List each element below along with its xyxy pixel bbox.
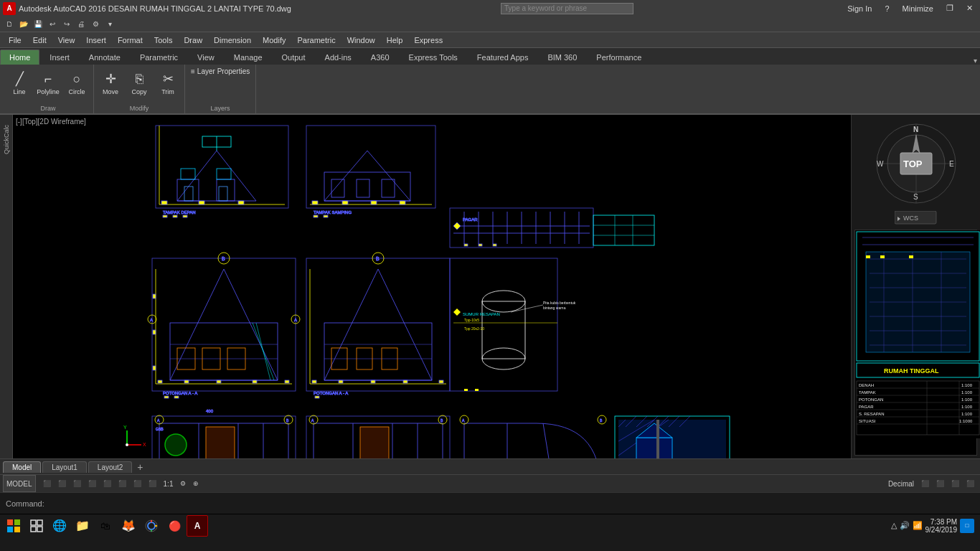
grid-toggle[interactable]: ⬛: [40, 480, 54, 487]
annotation-button[interactable]: ⊕: [190, 480, 202, 487]
scale-dropdown[interactable]: ⚙: [177, 480, 189, 487]
open-file-button[interactable]: 📂: [17, 18, 30, 31]
autocad-taskbar-button[interactable]: A: [187, 515, 208, 537]
tab-addins[interactable]: Add-ins: [316, 50, 361, 65]
svg-rect-0: [113, 115, 751, 458]
svg-point-283: [148, 522, 155, 529]
ribbon-options-button[interactable]: ▾: [971, 57, 980, 65]
tray-icon-3[interactable]: 📶: [913, 521, 923, 530]
task-view-button[interactable]: [26, 515, 47, 537]
ribbon-circle-button[interactable]: ○ Circle: [63, 66, 90, 100]
ribbon-move-button[interactable]: ✛ Move: [97, 66, 124, 100]
tab-annotate[interactable]: Annotate: [80, 50, 130, 65]
svg-text:TAMPAK SAMPING: TAMPAK SAMPING: [314, 210, 352, 215]
clock[interactable]: 7:38 PM 9/24/2019: [925, 518, 958, 534]
menu-tools[interactable]: Tools: [149, 32, 179, 48]
tab-performance[interactable]: Performance: [587, 50, 651, 65]
tab-bim360[interactable]: BIM 360: [538, 50, 586, 65]
menu-edit[interactable]: Edit: [27, 32, 52, 48]
transparency-toggle[interactable]: ⬛: [131, 480, 144, 487]
more-status[interactable]: ⬛: [918, 480, 932, 487]
status-options[interactable]: ⬛: [933, 480, 947, 487]
menu-dimension[interactable]: Dimension: [208, 32, 257, 48]
ribbon-content: ╱ Line ⌐ Polyline ○ Circle Draw ✛ Move ⎘…: [0, 65, 980, 115]
svg-rect-129: [206, 427, 235, 458]
ribbon-tab-options: ▾: [971, 57, 980, 65]
menu-express[interactable]: Express: [408, 32, 448, 48]
units-indicator[interactable]: Decimal: [885, 480, 917, 488]
command-line[interactable]: Command:: [0, 492, 980, 514]
new-file-button[interactable]: 🗋: [3, 18, 16, 31]
selectioncycling-toggle[interactable]: ⬛: [146, 480, 159, 487]
tab-a360[interactable]: A360: [362, 50, 399, 65]
svg-text:DENAH: DENAH: [859, 383, 874, 387]
start-button[interactable]: [3, 515, 24, 537]
chrome-button[interactable]: [141, 515, 162, 537]
menu-format[interactable]: Format: [112, 32, 149, 48]
tab-model[interactable]: Model: [3, 461, 41, 473]
ribbon-polyline-button[interactable]: ⌐ Polyline: [34, 66, 62, 100]
tab-manage[interactable]: Manage: [225, 50, 272, 65]
redo-button[interactable]: ↪: [60, 18, 73, 31]
tab-home[interactable]: Home: [0, 50, 39, 65]
firefox-button[interactable]: 🦊: [118, 515, 139, 537]
sign-in-button[interactable]: Sign In: [843, 4, 876, 13]
menu-draw[interactable]: Draw: [178, 32, 208, 48]
menu-file[interactable]: File: [3, 32, 27, 48]
tab-featured-apps[interactable]: Featured Apps: [468, 50, 538, 65]
undo-button[interactable]: ↩: [46, 18, 59, 31]
store-button[interactable]: 🛍: [95, 515, 116, 537]
tab-insert[interactable]: Insert: [40, 50, 79, 65]
add-layout-button[interactable]: +: [133, 461, 146, 474]
ribbon-line-button[interactable]: ╱ Line: [6, 66, 33, 100]
help-button[interactable]: ?: [880, 4, 893, 13]
quickcalc-label[interactable]: QuickCalc: [3, 125, 10, 154]
plot-button[interactable]: 🖨: [75, 18, 88, 31]
tab-output[interactable]: Output: [273, 50, 315, 65]
svg-rect-158: [360, 427, 389, 458]
menu-parametric[interactable]: Parametric: [291, 32, 341, 48]
edge-browser-button[interactable]: 🌐: [49, 515, 70, 537]
dropdown-button[interactable]: ▾: [103, 18, 116, 31]
other-app-button[interactable]: 🔴: [164, 515, 185, 537]
lineweight-toggle[interactable]: ⬛: [116, 480, 129, 487]
title-search-box[interactable]: Type a keyword or phrase: [501, 3, 633, 14]
osnap-toggle[interactable]: ⬛: [100, 480, 114, 487]
cad-drawing[interactable]: TAMPAK DEPAN TAMPAK SAMPING: [13, 115, 851, 458]
menu-help[interactable]: Help: [381, 32, 409, 48]
tray-icon-1[interactable]: △: [891, 521, 897, 530]
canvas-area[interactable]: [-][Top][2D Wireframe]: [13, 115, 851, 458]
file-explorer-button[interactable]: 📁: [72, 515, 93, 537]
status-right: Decimal ⬛ ⬛ ⬛ ⬛: [885, 480, 977, 488]
tab-layout1[interactable]: Layout1: [42, 461, 87, 473]
ribbon-copy-button[interactable]: ⎘ Copy: [126, 66, 153, 100]
minimize-button[interactable]: Minimize: [898, 4, 938, 13]
menu-modify[interactable]: Modify: [257, 32, 291, 48]
tab-view[interactable]: View: [188, 50, 224, 65]
model-space-indicator[interactable]: MODEL: [3, 475, 36, 492]
menu-window[interactable]: Window: [341, 32, 381, 48]
menu-insert[interactable]: Insert: [80, 32, 112, 48]
snap-toggle[interactable]: ⬛: [55, 480, 69, 487]
status-settings[interactable]: ⬛: [948, 480, 962, 487]
svg-text:Tpp-10x5: Tpp-10x5: [464, 318, 479, 322]
menu-view[interactable]: View: [52, 32, 81, 48]
settings-button[interactable]: ⚙: [89, 18, 102, 31]
circle-icon: ○: [73, 72, 81, 87]
close-button[interactable]: ✕: [962, 4, 977, 13]
polar-toggle[interactable]: ⬛: [85, 480, 99, 487]
ribbon-group-layers: ≡ Layer Properties Layers: [185, 65, 256, 113]
restore-button[interactable]: ❐: [942, 4, 958, 13]
layer-properties-button[interactable]: ≡ Layer Properties: [188, 66, 253, 77]
scale-indicator[interactable]: 1:1: [161, 480, 176, 488]
notification-button[interactable]: □: [960, 519, 974, 533]
status-view[interactable]: ⬛: [963, 480, 977, 487]
ortho-toggle[interactable]: ⬛: [70, 480, 84, 487]
right-panel: N S W E TOP WCS: [851, 115, 980, 458]
ribbon-trim-button[interactable]: ✂ Trim: [154, 66, 182, 100]
save-button[interactable]: 💾: [32, 18, 44, 31]
tray-icon-2[interactable]: 🔊: [900, 521, 910, 530]
tab-layout2[interactable]: Layout2: [88, 461, 133, 473]
tab-parametric[interactable]: Parametric: [131, 50, 187, 65]
tab-express-tools[interactable]: Express Tools: [400, 50, 467, 65]
